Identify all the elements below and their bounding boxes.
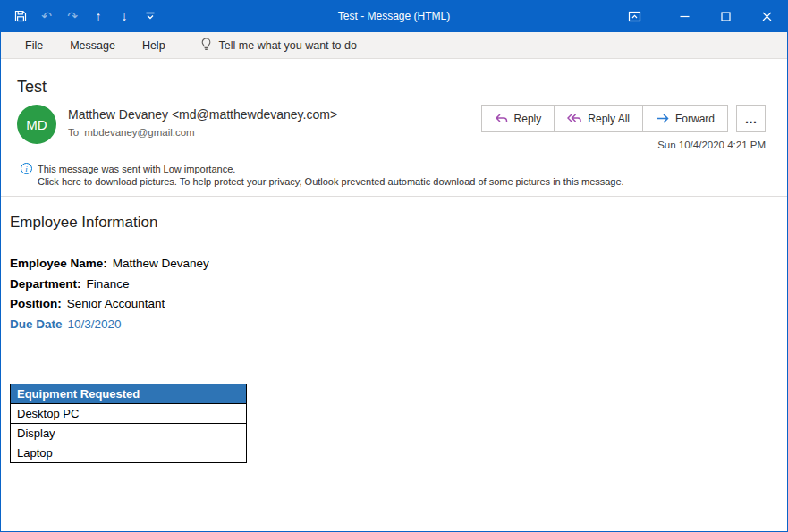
equipment-cell: Desktop PC xyxy=(11,404,247,424)
equipment-cell: Laptop xyxy=(11,443,247,463)
customize-quick-access-toolbar-icon[interactable] xyxy=(143,9,157,23)
reply-button[interactable]: Reply xyxy=(481,105,555,132)
lightbulb-icon xyxy=(200,38,212,54)
equipment-table: Equipment Requested Desktop PC Display L… xyxy=(10,384,247,463)
to-label: To xyxy=(68,127,79,138)
sender-name[interactable]: Matthew Devaney <md@matthewdevaney.com> xyxy=(68,107,337,122)
quick-access-toolbar: ↶ ↷ ↑ ↓ xyxy=(1,9,157,23)
next-item-icon[interactable]: ↓ xyxy=(117,9,131,23)
forward-button[interactable]: Forward xyxy=(642,105,728,132)
field-label: Employee Name: xyxy=(10,257,107,270)
more-actions-button[interactable]: … xyxy=(736,105,766,132)
field-value: Matthew Devaney xyxy=(113,257,209,270)
actions-block: Reply Reply All Forward … xyxy=(481,105,766,150)
field-label: Position: xyxy=(10,297,62,310)
field-position: Position:Senior Accountant xyxy=(10,294,769,315)
reply-all-label: Reply All xyxy=(588,113,630,125)
info-bar: i This message was sent with Low importa… xyxy=(1,150,787,188)
message-timestamp: Sun 10/4/2020 4:21 PM xyxy=(657,139,766,150)
body-heading: Employee Information xyxy=(10,213,769,232)
sender-block: Matthew Devaney <md@matthewdevaney.com> … xyxy=(68,105,337,138)
field-value: Senior Accountant xyxy=(67,297,165,310)
message-body: Employee Information Employee Name:Matth… xyxy=(1,197,787,463)
notice-lines: This message was sent with Low importanc… xyxy=(38,163,624,188)
message-header: MD Matthew Devaney <md@matthewdevaney.co… xyxy=(1,97,787,150)
message-actions: Reply Reply All Forward … xyxy=(481,105,766,132)
tell-me-label: Tell me what you want to do xyxy=(219,39,357,52)
ellipsis-icon: … xyxy=(745,112,758,126)
close-button[interactable] xyxy=(746,0,787,32)
save-icon[interactable] xyxy=(13,9,28,23)
forward-icon xyxy=(656,113,669,124)
outlook-message-window: ↶ ↷ ↑ ↓ Test - Message (HTML) Fi xyxy=(0,0,788,532)
field-department: Department:Finance xyxy=(10,274,769,295)
reply-all-button[interactable]: Reply All xyxy=(554,105,643,132)
message-subject: Test xyxy=(1,59,787,97)
tab-file[interactable]: File xyxy=(12,39,56,52)
maximize-button[interactable] xyxy=(705,0,746,32)
to-value[interactable]: mbdevaney@gmail.com xyxy=(84,127,195,138)
tell-me-search[interactable]: Tell me what you want to do xyxy=(200,38,357,54)
field-employee-name: Employee Name:Matthew Devaney xyxy=(10,254,769,274)
reply-icon xyxy=(495,113,508,124)
info-icon: i xyxy=(21,163,32,174)
reply-all-icon xyxy=(567,113,581,124)
field-due-date: Due Date10/3/2020 xyxy=(10,315,769,335)
table-row: Laptop xyxy=(11,443,247,463)
ribbon-tabs: File Message Help Tell me what you want … xyxy=(1,32,787,59)
field-label: Department: xyxy=(10,277,81,291)
download-pictures-notice[interactable]: Click here to download pictures. To help… xyxy=(38,175,624,188)
previous-item-icon[interactable]: ↑ xyxy=(91,9,106,23)
ribbon-display-options-icon[interactable] xyxy=(614,0,655,32)
equipment-table-header: Equipment Requested xyxy=(11,384,247,404)
table-row: Display xyxy=(11,424,247,443)
undo-icon[interactable]: ↶ xyxy=(39,9,54,23)
importance-notice: This message was sent with Low importanc… xyxy=(38,163,624,175)
field-label: Due Date xyxy=(10,317,63,331)
reply-label: Reply xyxy=(514,113,542,125)
table-header-row: Equipment Requested xyxy=(11,384,247,404)
employee-fields: Employee Name:Matthew Devaney Department… xyxy=(10,254,769,334)
redo-icon[interactable]: ↷ xyxy=(65,9,80,23)
tab-help[interactable]: Help xyxy=(129,39,179,52)
minimize-button[interactable] xyxy=(664,0,705,32)
titlebar: ↶ ↷ ↑ ↓ Test - Message (HTML) xyxy=(1,0,787,32)
sender-avatar[interactable]: MD xyxy=(17,105,56,144)
tab-message[interactable]: Message xyxy=(56,39,129,52)
field-value: 10/3/2020 xyxy=(68,317,122,331)
field-value: Finance xyxy=(87,277,130,291)
window-controls xyxy=(614,0,787,32)
table-row: Desktop PC xyxy=(11,404,247,424)
forward-label: Forward xyxy=(675,113,715,125)
recipient-line: Tombdevaney@gmail.com xyxy=(68,127,337,138)
equipment-cell: Display xyxy=(11,424,247,443)
